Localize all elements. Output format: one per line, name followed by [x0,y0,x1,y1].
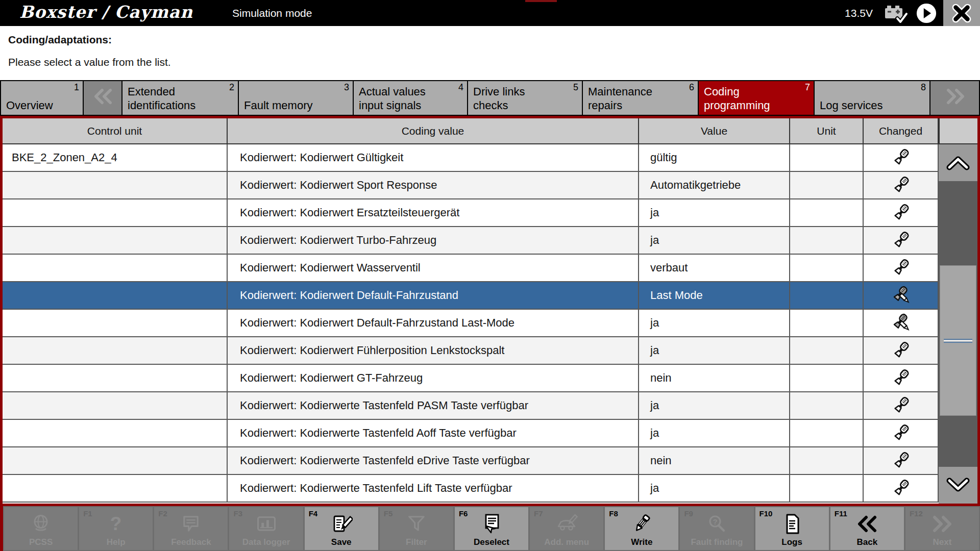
coding-table-panel: Control unitCoding valueValueUnitChanged… [0,116,980,506]
scrollbar-track[interactable] [939,181,977,467]
fkey-f2-feedback: F2Feedback [154,507,228,550]
fkey-f1-help: F1?Help [79,507,153,550]
unit-cell [790,420,864,447]
table-row[interactable]: Kodierwert: Kodierwerte Tastenfeld PASM … [3,392,939,420]
tab-number: 7 [805,82,810,93]
tab-actual-values-input-signals[interactable]: 4Actual valuesinput signals [353,80,468,116]
fkey-label: Fault finding [691,537,743,547]
fkey-f8-write[interactable]: F8Write [605,507,678,550]
screwdriver-icon [891,423,911,443]
table-row[interactable]: Kodierwert: Kodierwert GT-Fahrzeugnein [3,365,939,392]
tab-label: Codingprogramming [704,85,810,112]
table-row[interactable]: Kodierwert: Kodierwert Fühlerposition Le… [3,337,939,365]
simulation-mode-label: Simulation mode [232,7,312,19]
fkey-f10-logs[interactable]: F10Logs [755,507,829,550]
speech-bubble-icon [180,512,202,536]
tab-drive-links-checks[interactable]: 5Drive linkschecks [468,80,582,116]
column-header-control-unit: Control unit [3,118,228,144]
tab-scroll-left[interactable] [83,80,122,116]
table-row[interactable]: Kodierwert: Kodierwerte Tastenfeld eDriv… [3,447,939,475]
unit-cell [790,255,864,282]
table-scrollbar [939,118,977,504]
magnifier-question-icon: ? [705,512,728,536]
table-row[interactable]: Kodierwert: Kodierwert Turbo-Fahrzeugja [3,227,939,255]
write-pencil-icon [630,512,653,536]
changed-cell [864,475,939,503]
coding-value-cell: Kodierwert: Kodierwerte Tastenfeld PASM … [228,392,639,420]
fkey-f6-deselect[interactable]: F6Deselect [455,507,528,550]
control-unit-cell [3,255,228,282]
screwdriver-icon [891,203,911,223]
value-cell: Automatikgetriebe [639,172,790,199]
tab-maintenance-repairs[interactable]: 6Maintenancerepairs [582,80,698,116]
table-row[interactable]: Kodierwert: Kodierwert Ersatzteilsteuerg… [3,199,939,227]
chevron-down-icon [945,478,971,493]
tab-fault-memory[interactable]: 3Fault memory [238,80,353,116]
tab-extended-identifications[interactable]: 2Extendedidentifications [122,80,238,116]
unit-cell [790,365,864,392]
fkey-label: Save [331,537,352,547]
column-header-value: Value [639,118,790,144]
changed-cell [864,392,939,420]
value-cell: nein [639,447,790,475]
fkey-f7-add-menu: F7Add. menu [530,507,603,550]
tab-overview[interactable]: 1Overview [0,80,83,116]
scroll-down-button[interactable] [939,467,977,504]
table-row[interactable]: Kodierwert: Kodierwerte Tastenfeld Aoff … [3,420,939,447]
table-row[interactable]: Kodierwert: Kodierwert Default-Fahrzusta… [3,310,939,337]
table-row[interactable]: Kodierwert: Kodierwert Wasserventilverba… [3,255,939,282]
changed-cell [864,282,939,310]
screwdriver-icon [891,230,911,251]
scrollbar-header-spacer [939,118,977,144]
tab-scroll-right[interactable] [930,80,980,116]
tab-number: 4 [458,82,463,93]
control-unit-cell [3,172,228,199]
battery-voltage: 13.5V [845,7,873,19]
scrollbar-thumb[interactable] [940,265,976,416]
screwdriver-icon [891,395,911,416]
value-cell: gültig [639,144,790,172]
table-row[interactable]: Kodierwert: Kodierwerte Tastenfeld Lift … [3,475,939,503]
fkey-f9-fault-finding: F9?Fault finding [680,507,753,550]
play-button[interactable] [916,3,937,24]
control-unit-cell [3,310,228,337]
fkey-f11-back[interactable]: F11Back [830,507,904,550]
fkey-f4-save[interactable]: F4Save [305,507,378,550]
fkey-label: PCSS [29,537,53,547]
coding-value-cell: Kodierwert: Kodierwert Wasserventil [228,255,639,282]
tab-number: 3 [344,82,349,93]
control-unit-cell: BKE_2_Zonen_A2_4 [3,144,228,172]
column-header-unit: Unit [790,118,864,144]
coding-value-cell: Kodierwert: Kodierwert Default-Fahrzusta… [228,282,639,310]
unit-cell [790,392,864,420]
control-unit-cell [3,282,228,310]
tab-label: Maintenancerepairs [588,85,694,112]
scroll-up-button[interactable] [939,144,977,181]
changed-cell [864,172,939,199]
unit-cell [790,282,864,310]
close-button[interactable] [943,0,980,26]
table-row[interactable]: Kodierwert: Kodierwert Sport ResponseAut… [3,172,939,199]
unit-cell [790,172,864,199]
value-cell: nein [639,365,790,392]
table-row-selected[interactable]: Kodierwert: Kodierwert Default-Fahrzusta… [3,282,939,310]
tab-label: Actual valuesinput signals [359,85,463,112]
unit-cell [790,310,864,337]
fkey-label: Feedback [171,537,211,547]
chevron-double-right-icon [931,512,953,536]
control-unit-cell [3,475,228,503]
screwdriver-pencil-changed-icon [891,313,911,333]
fkey-number: F8 [609,509,618,518]
coding-value-cell: Kodierwert: Kodierwert Turbo-Fahrzeug [228,227,639,255]
control-unit-cell [3,420,228,447]
logs-document-icon [781,512,803,536]
tab-number: 8 [921,82,926,93]
globe-car-icon [30,512,52,536]
unit-cell [790,199,864,227]
value-cell: ja [639,337,790,365]
tab-log-services[interactable]: 8Log services [814,80,930,116]
value-cell: ja [639,392,790,420]
tab-coding-programming[interactable]: 7Codingprogramming [698,80,814,116]
table-row[interactable]: BKE_2_Zonen_A2_4Kodierwert: Kodierwert G… [3,144,939,172]
fkey-label: Data logger [242,537,290,547]
